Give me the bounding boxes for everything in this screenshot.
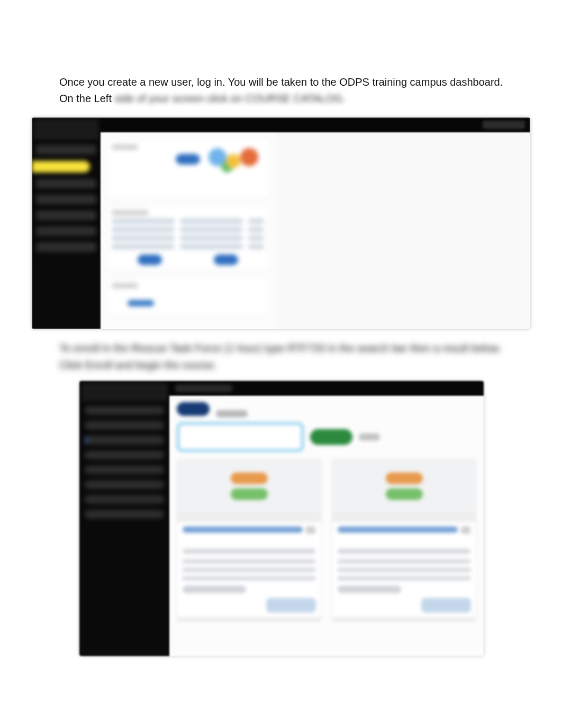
table-row[interactable] <box>112 227 264 232</box>
catalog-screenshot <box>79 381 484 656</box>
catalog-tabs <box>169 396 484 421</box>
course-price <box>183 586 246 593</box>
sidebar-item-help[interactable] <box>36 242 96 252</box>
sidebar-item-profile[interactable] <box>36 226 96 236</box>
table-row[interactable] <box>112 244 264 249</box>
courses-more-button-2[interactable] <box>214 254 238 265</box>
dashboard-screenshot <box>32 117 530 329</box>
courses-widget <box>106 204 270 271</box>
search-input[interactable] <box>177 422 304 452</box>
view-toggle[interactable] <box>359 433 380 441</box>
sidebar <box>32 117 101 329</box>
tab-catalog[interactable] <box>177 402 210 416</box>
course-thumbnail <box>332 460 476 513</box>
search-button[interactable] <box>310 429 352 445</box>
courses-header-row <box>112 219 264 224</box>
course-title-link[interactable] <box>183 526 303 533</box>
course-tag-online <box>231 472 268 484</box>
sidebar-item-reports[interactable] <box>85 480 164 489</box>
course-title-row <box>183 526 315 544</box>
course-title-link[interactable] <box>338 526 458 533</box>
course-tag-online <box>386 472 423 484</box>
breadcrumb <box>175 385 233 392</box>
news-view-all-link[interactable] <box>128 300 154 306</box>
sidebar <box>79 381 169 656</box>
summary-widget <box>106 139 270 198</box>
course-description <box>183 559 315 580</box>
course-card <box>177 459 321 621</box>
sidebar-item-calendar[interactable] <box>85 466 164 474</box>
top-bar <box>169 381 484 396</box>
course-meta <box>332 513 476 522</box>
courses-widget-title <box>112 210 149 215</box>
enroll-button[interactable] <box>422 598 470 612</box>
news-widget-title <box>112 283 138 288</box>
sidebar-item-help[interactable] <box>85 510 164 518</box>
brand-logo <box>34 120 98 140</box>
sidebar-item-transcript[interactable] <box>85 451 164 459</box>
summary-widget-label <box>112 144 138 150</box>
sidebar-item-dashboard[interactable] <box>85 406 164 415</box>
course-card <box>332 459 476 621</box>
instruction-line-2-blurred: side of your screen click on COURSE CATA… <box>115 93 346 104</box>
course-subtitle <box>338 549 470 554</box>
course-meta <box>177 513 321 522</box>
sidebar-item-my-courses[interactable] <box>85 421 164 430</box>
course-thumbnail <box>177 460 321 513</box>
course-tag-free <box>231 488 268 500</box>
card-footer <box>332 617 476 621</box>
catalog-search-row <box>169 421 484 459</box>
course-title-row <box>338 526 470 544</box>
course-card-grid <box>169 459 484 621</box>
tab-calendar[interactable] <box>216 410 248 417</box>
top-bar <box>101 117 530 132</box>
card-footer <box>177 617 321 621</box>
table-row[interactable] <box>112 235 264 241</box>
course-price <box>338 586 401 593</box>
favorite-star-icon[interactable] <box>306 526 315 534</box>
course-subtitle <box>183 549 315 554</box>
courses-more-button-1[interactable] <box>138 254 162 265</box>
instruction-paragraph-1: Once you create a new user, log in. You … <box>59 74 518 107</box>
sidebar-item-my-courses[interactable] <box>36 179 96 188</box>
sidebar-item-transcript[interactable] <box>36 195 96 204</box>
summary-chart-icon <box>198 147 262 173</box>
sidebar-item-dashboard[interactable] <box>36 145 96 154</box>
instruction-paragraph-2: To enroll in the Rescue Task Force (1 ho… <box>59 340 523 374</box>
user-menu[interactable] <box>483 121 525 129</box>
sidebar-item-course-catalog[interactable] <box>85 436 164 444</box>
enroll-button[interactable] <box>267 598 315 612</box>
sidebar-item-certificates[interactable] <box>36 211 96 220</box>
brand-logo <box>81 383 167 401</box>
course-description <box>338 559 470 580</box>
favorite-star-icon[interactable] <box>461 526 470 534</box>
course-tag-free <box>386 488 423 500</box>
dashboard-empty-area <box>275 132 530 329</box>
sidebar-item-resources[interactable] <box>85 495 164 504</box>
summary-primary-button[interactable] <box>176 154 200 165</box>
sidebar-item-course-catalog[interactable] <box>32 161 90 172</box>
news-widget <box>106 277 270 315</box>
